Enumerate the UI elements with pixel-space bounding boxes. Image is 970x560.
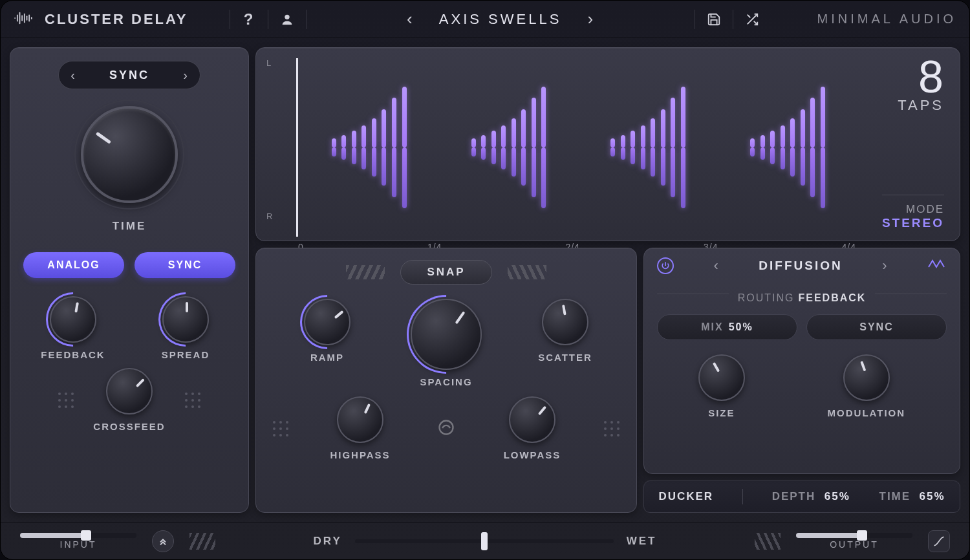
hatch-icon (189, 533, 215, 550)
viz-mode-value[interactable]: STEREO (882, 216, 944, 230)
tap-visualizer: L R 0 1/4 2/4 3/4 4/4 8 TAPS (255, 47, 960, 241)
dot-grid (273, 421, 288, 436)
highpass-knob[interactable] (337, 396, 383, 443)
dot-grid (604, 421, 620, 436)
input-label: INPUT (60, 539, 97, 550)
time-knob-label: TIME (113, 220, 147, 233)
dot-grid-left (58, 393, 74, 408)
effect-next[interactable]: › (876, 257, 894, 274)
time-panel: ‹ SYNC › TIME ANALOG SYNC FEEDBACK SPREA (10, 47, 249, 513)
drywet-slider[interactable] (355, 539, 614, 543)
input-slider[interactable] (20, 533, 136, 538)
size-label: SIZE (708, 407, 735, 418)
viz-mode-label: MODE (882, 203, 944, 216)
dot-grid-right (185, 393, 200, 408)
feedback-knob[interactable] (50, 296, 96, 343)
svg-line-11 (747, 14, 750, 17)
lowpass-knob[interactable] (509, 396, 555, 443)
preset-name[interactable]: AXIS SWELLS (439, 11, 562, 28)
preset-next-button[interactable]: › (579, 8, 601, 30)
hatch-icon (755, 533, 781, 550)
highpass-label: HIGHPASS (330, 449, 390, 460)
hatch-icon (346, 265, 385, 279)
lowpass-label: LOWPASS (504, 449, 561, 460)
svg-point-12 (440, 420, 453, 434)
effect-power-icon[interactable] (657, 257, 674, 274)
effect-title[interactable]: DIFFUSION (759, 259, 842, 273)
plugin-name: CLUSTER DELAY (45, 11, 188, 28)
spread-knob[interactable] (162, 296, 209, 343)
topbar: CLUSTER DELAY ? ‹ AXIS SWELLS › MINIMAL … (1, 1, 969, 38)
ducker-bar: DUCKER DEPTH 65% TIME 65% (643, 480, 960, 513)
fx-sync-pill[interactable]: SYNC (806, 314, 947, 340)
snap-button[interactable]: SNAP (400, 260, 491, 285)
modulation-knob[interactable] (843, 354, 890, 401)
mix-value: 50% (729, 321, 753, 333)
bottom-row: SNAP RAMP SPACING SCATTER (255, 248, 960, 513)
snap-panel: SNAP RAMP SPACING SCATTER (255, 248, 637, 513)
svg-point-8 (285, 14, 289, 19)
spacing-label: SPACING (420, 376, 472, 387)
time-mode-prev[interactable]: ‹ (59, 68, 87, 83)
taps-count[interactable]: 8 (898, 54, 944, 100)
effect-panel: ‹ DIFFUSION › ROUTINGFEEDBACK (643, 248, 960, 474)
scatter-knob[interactable] (542, 299, 588, 345)
analog-toggle[interactable]: ANALOG (23, 252, 124, 278)
viz-right-channel-label: R (266, 211, 292, 221)
wet-label: WET (627, 535, 657, 548)
dry-label: DRY (313, 535, 341, 548)
ducker-time[interactable]: TIME 65% (879, 490, 945, 503)
hatch-icon (508, 265, 546, 279)
brand-label: MINIMAL AUDIO (817, 12, 956, 27)
viz-left-channel-label: L (266, 58, 292, 68)
plugin-window: CLUSTER DELAY ? ‹ AXIS SWELLS › MINIMAL … (0, 0, 970, 560)
account-icon[interactable] (276, 8, 298, 30)
ramp-knob[interactable] (304, 299, 350, 345)
output-slider[interactable] (796, 533, 912, 538)
viz-canvas[interactable]: 0 1/4 2/4 3/4 4/4 (296, 58, 856, 237)
routing-value[interactable]: FEEDBACK (798, 292, 866, 303)
expand-icon[interactable] (152, 530, 174, 552)
main-area: ‹ SYNC › TIME ANALOG SYNC FEEDBACK SPREA (1, 38, 969, 522)
ducker-label[interactable]: DUCKER (658, 490, 713, 503)
modulation-label: MODULATION (828, 407, 906, 418)
scatter-label: SCATTER (538, 352, 592, 363)
ramp-label: RAMP (310, 352, 344, 363)
taps-label: TAPS (898, 97, 944, 114)
time-mode-next[interactable]: › (171, 68, 200, 83)
effect-prev[interactable]: ‹ (707, 257, 725, 274)
spread-label: SPREAD (162, 349, 210, 360)
spacing-knob[interactable] (411, 299, 482, 370)
help-button[interactable]: ? (238, 8, 260, 30)
sync-toggle[interactable]: SYNC (135, 252, 235, 278)
feedback-label: FEEDBACK (41, 349, 105, 360)
routing-label: ROUTING (738, 292, 795, 303)
mix-pill[interactable]: MIX 50% (657, 314, 797, 340)
mix-label: MIX (701, 321, 723, 333)
footer: INPUT DRY WET OUTPUT (1, 522, 969, 559)
output-label: OUTPUT (830, 539, 879, 550)
crossfeed-knob[interactable] (106, 368, 153, 415)
shuffle-icon[interactable] (741, 8, 763, 30)
curve-icon[interactable] (928, 530, 950, 552)
time-mode-label[interactable]: SYNC (87, 69, 171, 82)
effect-wave-icon[interactable] (927, 258, 947, 274)
plugin-logo-icon (14, 11, 33, 28)
size-knob[interactable] (698, 354, 745, 401)
time-knob[interactable] (81, 106, 178, 203)
save-icon[interactable] (703, 8, 725, 30)
filter-link-icon[interactable] (437, 418, 455, 439)
preset-prev-button[interactable]: ‹ (399, 8, 421, 30)
ducker-depth[interactable]: DEPTH 65% (772, 490, 850, 503)
time-mode-selector: ‹ SYNC › (58, 61, 200, 89)
crossfeed-label: CROSSFEED (93, 421, 165, 432)
